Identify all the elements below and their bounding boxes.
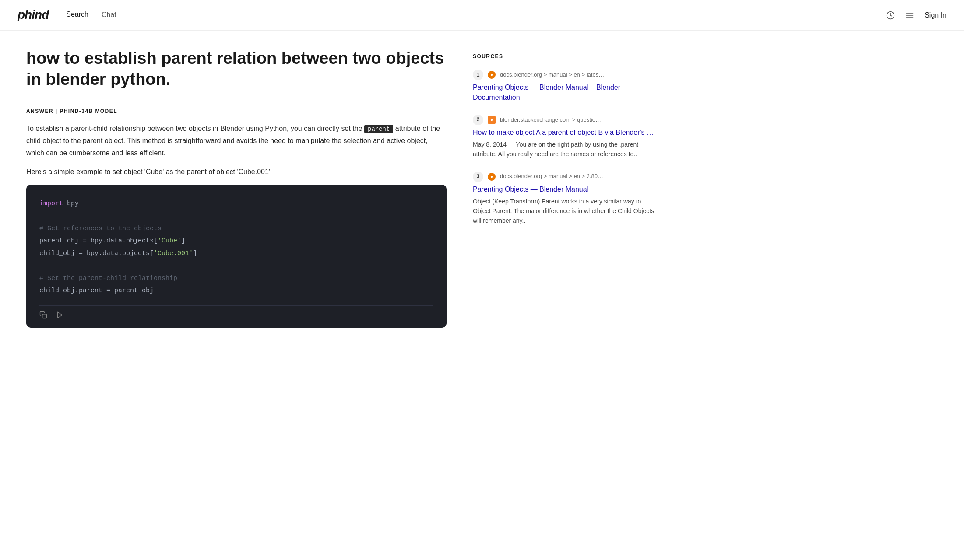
source-header-1: 1 ● docs.blender.org > manual > en > lat…: [473, 70, 657, 80]
blender-icon-1: ●: [488, 71, 496, 79]
code-line-2: [39, 210, 433, 223]
nav-chat[interactable]: Chat: [102, 9, 116, 21]
copy-button[interactable]: [39, 311, 47, 319]
source-domain-1: docs.blender.org > manual > en > lates…: [500, 70, 604, 80]
source-title-3[interactable]: Parenting Objects — Blender Manual: [473, 185, 657, 194]
logo[interactable]: phind: [18, 5, 49, 25]
source-snippet-3: Object (Keep Transform) Parent works in …: [473, 197, 657, 225]
code-line-6: [39, 260, 433, 273]
answer-intro: To establish a parent-child relationship…: [26, 122, 447, 159]
history-icon[interactable]: [886, 11, 895, 20]
content-area: how to establish parent relation between…: [26, 48, 447, 328]
header-right: Sign In: [886, 10, 946, 21]
code-line-4: parent_obj = bpy.data.objects['Cube']: [39, 235, 433, 248]
sign-in-button[interactable]: Sign In: [925, 10, 946, 21]
answer-label: ANSWER | PHIND-34B MODEL: [26, 107, 447, 116]
example-text: Here's a simple example to set object 'C…: [26, 166, 447, 178]
blender-icon-3: ●: [488, 173, 496, 181]
source-num-3: 3: [473, 172, 483, 182]
source-item-1: 1 ● docs.blender.org > manual > en > lat…: [473, 70, 657, 102]
query-title: how to establish parent relation between…: [26, 48, 447, 90]
source-item-2: 2 ● blender.stackexchange.com > questio……: [473, 115, 657, 159]
code-line-1: import bpy: [39, 198, 433, 210]
menu-icon[interactable]: [905, 11, 914, 20]
svg-marker-5: [58, 312, 63, 318]
answer-intro-text: To establish a parent-child relationship…: [26, 125, 364, 132]
source-title-1[interactable]: Parenting Objects — Blender Manual – Ble…: [473, 83, 657, 102]
source-num-1: 1: [473, 70, 483, 80]
source-header-2: 2 ● blender.stackexchange.com > questio…: [473, 115, 657, 125]
svg-rect-4: [42, 314, 47, 318]
header: phind Search Chat Sign In: [0, 0, 964, 31]
code-line-8: child_obj.parent = parent_obj: [39, 285, 433, 298]
source-item-3: 3 ● docs.blender.org > manual > en > 2.8…: [473, 172, 657, 225]
source-snippet-2: May 8, 2014 — You are on the right path …: [473, 140, 657, 159]
sources-label: SOURCES: [473, 52, 657, 61]
inline-code-parent: parent: [364, 125, 393, 133]
source-domain-2: blender.stackexchange.com > questio…: [500, 116, 601, 125]
source-title-2[interactable]: How to make object A a parent of object …: [473, 128, 657, 137]
code-line-5: child_obj = bpy.data.objects['Cube.001']: [39, 248, 433, 260]
run-button[interactable]: [56, 311, 64, 319]
source-num-2: 2: [473, 115, 483, 125]
code-line-7: # Set the parent-child relationship: [39, 273, 433, 285]
code-block: import bpy # Get references to the objec…: [26, 185, 447, 328]
source-domain-3: docs.blender.org > manual > en > 2.80…: [500, 172, 603, 181]
code-line-3: # Get references to the objects: [39, 223, 433, 235]
code-actions: [39, 305, 433, 319]
source-header-3: 3 ● docs.blender.org > manual > en > 2.8…: [473, 172, 657, 182]
nav: Search Chat: [66, 9, 886, 22]
nav-search[interactable]: Search: [66, 9, 88, 22]
sidebar: SOURCES 1 ● docs.blender.org > manual > …: [473, 48, 657, 328]
se-icon-2: ●: [488, 116, 496, 124]
main-container: how to establish parent relation between…: [0, 31, 964, 345]
